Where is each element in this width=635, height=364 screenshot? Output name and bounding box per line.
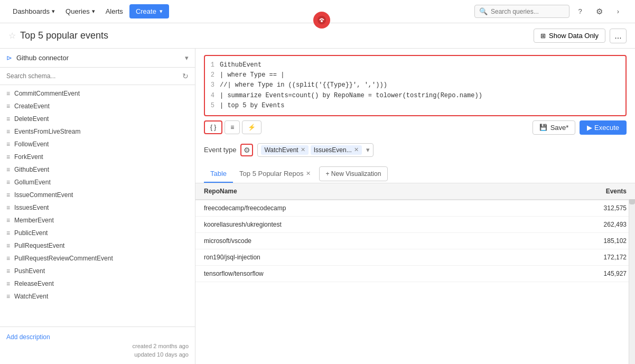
table-icon: ≡ [6, 115, 10, 123]
code-line: 4| summarize Events=count() by RepoName … [205, 91, 625, 101]
table-row: tensorflow/tensorflow145,927 [195, 265, 635, 282]
show-data-label: Show Data Only [549, 32, 599, 40]
nav-create-button[interactable]: Create ▾ [129, 4, 169, 18]
table-view-button[interactable]: ≡ [225, 120, 240, 134]
schema-search-input[interactable] [6, 72, 178, 80]
param-label: Event type [204, 146, 236, 154]
tag-close-issues[interactable]: ✕ [354, 146, 359, 153]
params-button[interactable]: { } [204, 120, 222, 134]
nav-dashboards[interactable]: Dashboards ▾ [8, 5, 59, 17]
settings-icon: ⚙ [596, 7, 603, 16]
top-nav: Dashboards ▾ Queries ▾ Alerts Create ▾ 🔍… [0, 0, 635, 23]
line-content: | where Type == | [220, 70, 625, 80]
tag-close-watch[interactable]: ✕ [301, 146, 305, 153]
table-icon: ≡ [6, 255, 10, 262]
sidebar-item[interactable]: ≡FollowEvent [0, 138, 195, 151]
scrollbar-track[interactable] [629, 183, 635, 364]
col-events: Events [509, 183, 635, 200]
param-dropdown-icon[interactable]: ▾ [366, 146, 370, 154]
schema-item-label: IssuesEvent [14, 204, 49, 211]
schema-item-label: GithubEvent [14, 166, 49, 173]
sidebar-item[interactable]: ≡PushEvent [0, 265, 195, 277]
schema-item-label: DeleteEvent [14, 115, 49, 123]
new-visualization-button[interactable]: + New Visualization [319, 166, 388, 181]
nav-queries[interactable]: Queries ▾ [61, 5, 99, 17]
connector-selector[interactable]: ⊳ Github connector ▾ [0, 49, 195, 68]
schema-item-label: ReleaseEvent [14, 280, 54, 287]
table-icon: ≡ [6, 217, 10, 224]
table-icon: ≡ [6, 242, 10, 249]
code-editor[interactable]: 1GithubEvent2| where Type == |3//| where… [204, 55, 627, 116]
sidebar-item[interactable]: ≡WatchEvent [0, 290, 195, 303]
table-icon: ≡ [6, 191, 10, 199]
tab-close-popular[interactable]: ✕ [306, 170, 311, 177]
schema-item-label: IssueCommentEvent [14, 191, 73, 199]
sidebar-item[interactable]: ≡IssuesEvent [0, 201, 195, 214]
add-description-link[interactable]: Add description [6, 333, 189, 341]
save-icon: 💾 [539, 124, 547, 131]
line-number: 3 [205, 80, 220, 90]
sidebar-item[interactable]: ≡ReleaseEvent [0, 277, 195, 290]
sidebar-item[interactable]: ≡EventsFromLiveStream [0, 125, 195, 138]
param-tag-watch: WatchEvent ✕ [261, 145, 308, 155]
app-logo [313, 12, 330, 29]
tab-popular-repos[interactable]: Top 5 Popular Repos ✕ [233, 165, 316, 183]
table-icon: ≡ [6, 128, 10, 135]
search-input[interactable] [491, 8, 565, 15]
sidebar-item[interactable]: ≡PublicEvent [0, 227, 195, 239]
search-box[interactable]: 🔍 [474, 5, 569, 18]
execute-btn-label: ▶ Execute [587, 124, 619, 132]
table-icon: ≡ [6, 102, 10, 110]
save-button[interactable]: 💾 Save* [533, 120, 576, 135]
sidebar-item[interactable]: ≡IssueCommentEvent [0, 189, 195, 201]
line-number: 5 [205, 101, 220, 111]
lightning-button[interactable]: ⚡ [242, 120, 262, 134]
connector-icon: ⊳ [6, 54, 12, 62]
table-icon: ≡ [6, 166, 10, 173]
line-content: | summarize Events=count() by RepoName =… [220, 91, 625, 101]
cell-events: 145,927 [509, 265, 635, 282]
table-small-icon: ⊞ [540, 32, 546, 40]
tab-table[interactable]: Table [204, 165, 233, 183]
schema-search[interactable]: ↻ [0, 68, 195, 85]
show-data-only-button[interactable]: ⊞ Show Data Only [534, 29, 605, 43]
nav-create-chevron: ▾ [160, 8, 163, 15]
schema-item-label: CommitCommentEvent [14, 90, 80, 97]
nav-alerts[interactable]: Alerts [101, 5, 127, 17]
cell-repo: tensorflow/tensorflow [195, 265, 509, 282]
nav-queries-chevron: ▾ [92, 8, 95, 15]
sidebar-item[interactable]: ≡DeleteEvent [0, 113, 195, 125]
line-content: | top 5 by Events [220, 101, 625, 111]
table-scroll-container[interactable]: RepoName Events freecodecamp/freecodecam… [195, 183, 635, 364]
tab-table-label: Table [210, 170, 227, 178]
search-icon: 🔍 [479, 7, 488, 15]
table-row: microsoft/vscode185,102 [195, 232, 635, 249]
table-icon: ≡ [6, 229, 10, 237]
table-icon: ≡ [6, 267, 10, 275]
sidebar-item[interactable]: ≡GollumEvent [0, 176, 195, 189]
data-table: RepoName Events freecodecamp/freecodecam… [195, 183, 635, 282]
sidebar-item[interactable]: ≡PullRequestReviewCommentEvent [0, 252, 195, 265]
sidebar: ⊳ Github connector ▾ ↻ ≡CommitCommentEve… [0, 49, 195, 364]
settings-button[interactable]: ⚙ [591, 3, 608, 20]
param-gear-button[interactable]: ⚙ [240, 144, 253, 156]
sidebar-item[interactable]: ≡ForkEvent [0, 151, 195, 163]
sidebar-item[interactable]: ≡MemberEvent [0, 214, 195, 227]
sidebar-item[interactable]: ≡GithubEvent [0, 163, 195, 176]
table-icon: ≡ [6, 90, 10, 97]
sidebar-item[interactable]: ≡CommitCommentEvent [0, 87, 195, 100]
line-content: GithubEvent [220, 60, 625, 70]
sidebar-item[interactable]: ≡PullRequestEvent [0, 239, 195, 252]
svg-point-1 [321, 20, 323, 22]
table-row: koorellasuresh/ukregiontest262,493 [195, 216, 635, 232]
param-tag-issues: IssuesEven... ✕ [311, 145, 362, 155]
help-icon: ? [578, 7, 582, 15]
help-button[interactable]: ? [572, 3, 589, 20]
sidebar-item[interactable]: ≡CreateEvent [0, 100, 195, 113]
execute-button[interactable]: ▶ Execute [580, 120, 627, 135]
refresh-icon[interactable]: ↻ [182, 72, 189, 80]
nav-more-button[interactable]: › [610, 3, 627, 20]
star-icon[interactable]: ☆ [8, 31, 16, 41]
page-more-button[interactable]: … [610, 29, 627, 43]
param-tags-input[interactable]: WatchEvent ✕ IssuesEven... ✕ ▾ [257, 143, 373, 157]
